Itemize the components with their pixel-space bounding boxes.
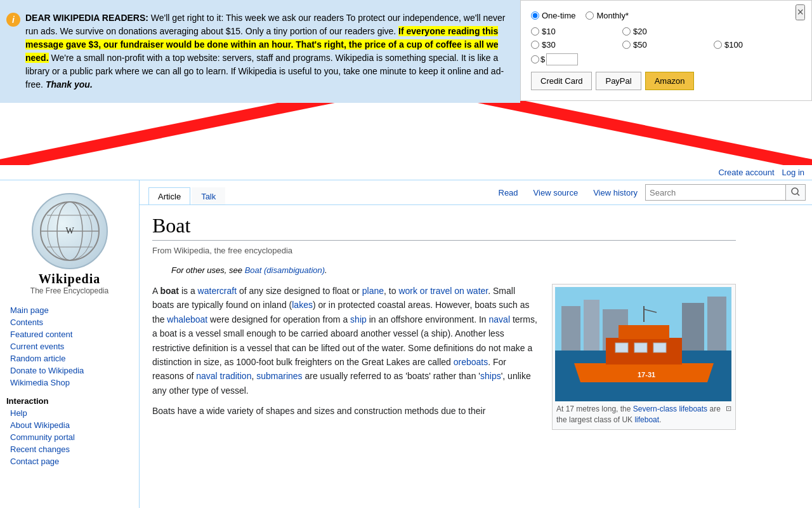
naval-link[interactable]: naval bbox=[489, 314, 510, 324]
disambig-link[interactable]: Boat (disambiguation) bbox=[245, 265, 325, 275]
frequency-options: One-time Monthly* bbox=[531, 11, 801, 20]
interaction-section: Interaction Help About Wikipedia Communi… bbox=[0, 392, 139, 467]
tab-view-history[interactable]: View history bbox=[586, 184, 645, 201]
search-icon bbox=[791, 187, 800, 196]
site-title: Wikipedia bbox=[39, 272, 101, 286]
svg-text:W: W bbox=[65, 226, 74, 236]
sidebar-item-main-page[interactable]: Main page bbox=[0, 304, 139, 316]
svg-point-9 bbox=[792, 188, 798, 194]
svg-rect-12 bbox=[561, 306, 580, 351]
paypal-button[interactable]: PayPal bbox=[596, 72, 641, 90]
site-subtitle: The Free Encyclopedia bbox=[30, 286, 108, 295]
main-content: Article Talk Read View source View histo… bbox=[140, 180, 812, 508]
sidebar-item-help[interactable]: Help bbox=[0, 407, 139, 419]
main-nav-section: Main page Contents Featured content Curr… bbox=[0, 304, 139, 389]
svg-rect-19 bbox=[619, 325, 669, 339]
donation-banner: i DEAR WIKIPEDIA READERS: We'll get righ… bbox=[0, 0, 520, 103]
expand-icon[interactable]: ⊡ bbox=[726, 404, 731, 413]
svg-rect-13 bbox=[584, 300, 599, 351]
interaction-label: Interaction bbox=[0, 392, 139, 407]
oreboats-link[interactable]: oreboats bbox=[454, 357, 488, 367]
sidebar-item-recent-changes[interactable]: Recent changes bbox=[0, 443, 139, 455]
content-area: W Wikipedia The Free Encyclopedia Main p… bbox=[0, 180, 812, 508]
boat-illustration: 17-31 bbox=[555, 287, 731, 401]
amazon-button[interactable]: Amazon bbox=[645, 72, 695, 90]
sidebar-item-donate[interactable]: Donate to Wikipedia bbox=[0, 364, 139, 377]
article-title: Boat bbox=[152, 214, 736, 241]
sidebar-item-about[interactable]: About Wikipedia bbox=[0, 419, 139, 431]
tabs-bar: Article Talk Read View source View histo… bbox=[140, 180, 812, 205]
amount-10[interactable]: $10 bbox=[531, 27, 619, 36]
monthly-option[interactable]: Monthly* bbox=[586, 11, 629, 20]
banner-text: DEAR WIKIPEDIA READERS: We'll get right … bbox=[25, 11, 508, 91]
svg-rect-22 bbox=[653, 343, 666, 352]
article-image-box: 17-31 ⊡ At 17 metres long, the Severn-cl… bbox=[552, 284, 736, 430]
logo-area: W Wikipedia The Free Encyclopedia bbox=[0, 187, 139, 304]
onetime-option[interactable]: One-time bbox=[531, 11, 575, 20]
plane-link[interactable]: plane bbox=[362, 286, 384, 296]
lakes-link[interactable]: lakes bbox=[292, 300, 313, 310]
amount-grid: $10 $20 $30 $50 $100 $ bbox=[531, 27, 801, 65]
work-travel-link[interactable]: work or travel on water bbox=[398, 286, 488, 296]
amount-100[interactable]: $100 bbox=[714, 40, 801, 50]
sidebar-item-featured-content[interactable]: Featured content bbox=[0, 328, 139, 340]
svg-rect-20 bbox=[615, 343, 628, 352]
ship-link[interactable]: ship bbox=[350, 314, 367, 324]
donation-form: × One-time Monthly* $10 $20 $30 $50 $100… bbox=[520, 0, 812, 101]
close-button[interactable]: × bbox=[796, 4, 805, 20]
credit-card-button[interactable]: Credit Card bbox=[531, 72, 592, 90]
tab-talk[interactable]: Talk bbox=[192, 187, 225, 204]
amount-20[interactable]: $20 bbox=[622, 27, 710, 36]
sidebar: W Wikipedia The Free Encyclopedia Main p… bbox=[0, 180, 140, 508]
svg-rect-21 bbox=[634, 343, 647, 352]
sidebar-nav: Main page Contents Featured content Curr… bbox=[0, 304, 139, 467]
sidebar-item-random-article[interactable]: Random article bbox=[0, 352, 139, 364]
disambiguation-note: For other uses, see Boat (disambiguation… bbox=[152, 263, 736, 277]
svg-rect-16 bbox=[707, 297, 726, 351]
article-body: Boat From Wikipedia, the free encycloped… bbox=[140, 205, 749, 445]
naval-tradition-link[interactable]: naval tradition bbox=[196, 371, 251, 381]
sidebar-item-contact[interactable]: Contact page bbox=[0, 455, 139, 467]
svg-line-10 bbox=[797, 194, 799, 196]
amount-50[interactable]: $50 bbox=[622, 40, 710, 50]
tab-article[interactable]: Article bbox=[148, 187, 190, 204]
from-line: From Wikipedia, the free encyclopedia bbox=[152, 246, 736, 255]
wiki-wrapper: Create account Log in W Wikipedia bbox=[0, 165, 812, 508]
submarines-link[interactable]: submarines bbox=[256, 371, 302, 381]
tab-read[interactable]: Read bbox=[491, 184, 526, 201]
image-caption: ⊡ At 17 metres long, the Severn-class li… bbox=[555, 401, 733, 427]
article-text-column: 17-31 ⊡ At 17 metres long, the Severn-cl… bbox=[152, 284, 736, 436]
info-icon: i bbox=[6, 13, 20, 27]
create-account-link[interactable]: Create account bbox=[718, 168, 774, 177]
lifeboat-link[interactable]: lifeboat bbox=[634, 415, 659, 424]
search-bar bbox=[645, 184, 806, 201]
sidebar-item-current-events[interactable]: Current events bbox=[0, 340, 139, 352]
svg-text:17-31: 17-31 bbox=[638, 371, 655, 378]
sidebar-item-wikimedia-shop[interactable]: Wikimedia Shop bbox=[0, 377, 139, 389]
severn-class-link[interactable]: Severn-class lifeboats bbox=[633, 404, 707, 413]
tab-view-source[interactable]: View source bbox=[526, 184, 586, 201]
tabs-right: Read View source View history bbox=[491, 180, 813, 204]
amount-custom[interactable]: $ bbox=[531, 53, 619, 65]
whaleboat-link[interactable]: whaleboat bbox=[167, 314, 207, 324]
article-layout: 17-31 ⊡ At 17 metres long, the Severn-cl… bbox=[152, 284, 736, 436]
boat-image: 17-31 bbox=[555, 287, 731, 401]
top-bar: Create account Log in bbox=[0, 165, 812, 180]
sidebar-item-community-portal[interactable]: Community portal bbox=[0, 431, 139, 443]
wikipedia-globe-icon: W bbox=[32, 193, 108, 269]
tabs-left: Article Talk bbox=[140, 187, 226, 204]
custom-amount-input[interactable] bbox=[546, 53, 578, 65]
ships-link[interactable]: ships bbox=[480, 371, 501, 381]
log-in-link[interactable]: Log in bbox=[782, 168, 804, 177]
watercraft-link[interactable]: watercraft bbox=[198, 286, 237, 296]
payment-buttons: Credit Card PayPal Amazon bbox=[531, 72, 801, 90]
sidebar-item-contents[interactable]: Contents bbox=[0, 316, 139, 328]
svg-rect-15 bbox=[682, 303, 704, 351]
amount-30[interactable]: $30 bbox=[531, 40, 619, 50]
search-input[interactable] bbox=[646, 188, 785, 197]
search-button[interactable] bbox=[785, 185, 805, 200]
